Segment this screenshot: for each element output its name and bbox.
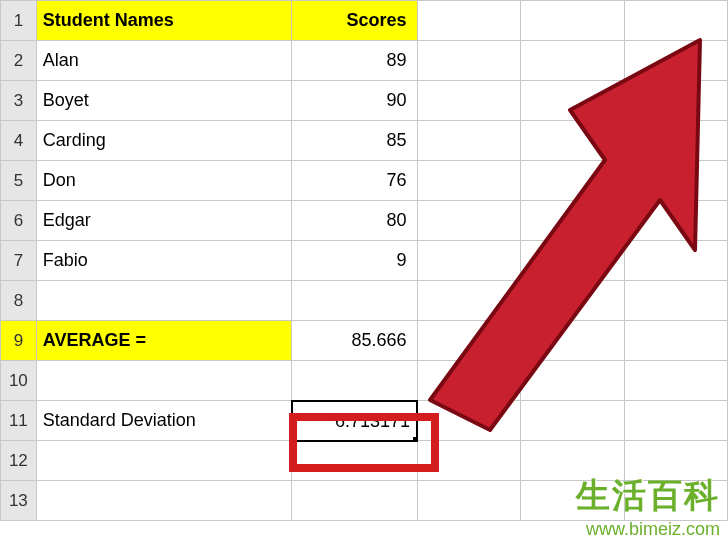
row-header-6[interactable]: 6 [1,201,37,241]
cell[interactable] [521,41,624,81]
row-header-3[interactable]: 3 [1,81,37,121]
watermark-text: 生活百科 [576,473,720,519]
row-header-4[interactable]: 4 [1,121,37,161]
row-header-11[interactable]: 11 [1,401,37,441]
cell[interactable] [521,81,624,121]
cell[interactable] [624,41,727,81]
cell[interactable] [417,281,520,321]
cell[interactable] [521,201,624,241]
cell[interactable] [521,401,624,441]
cell[interactable] [36,281,292,321]
cell[interactable] [417,41,520,81]
cell-score[interactable]: 76 [292,161,417,201]
cell[interactable] [624,81,727,121]
stdev-label[interactable]: Standard Deviation [36,401,292,441]
cell[interactable] [521,241,624,281]
cell-score[interactable]: 90 [292,81,417,121]
cell[interactable] [521,121,624,161]
cell[interactable] [417,121,520,161]
cell[interactable] [417,441,520,481]
cell[interactable] [624,361,727,401]
cell-score[interactable]: 85 [292,121,417,161]
cell-name[interactable]: Boyet [36,81,292,121]
average-value[interactable]: 85.666 [292,321,417,361]
row-header-1[interactable]: 1 [1,1,37,41]
cell[interactable] [292,281,417,321]
cell[interactable] [521,361,624,401]
cell-name[interactable]: Don [36,161,292,201]
row-header-13[interactable]: 13 [1,481,37,521]
cell[interactable] [417,481,520,521]
cell[interactable] [624,1,727,41]
cell-name[interactable]: Carding [36,121,292,161]
cell[interactable] [417,201,520,241]
cell[interactable] [417,161,520,201]
cell-score[interactable]: 80 [292,201,417,241]
cell[interactable] [292,441,417,481]
row-header-10[interactable]: 10 [1,361,37,401]
cell[interactable] [292,361,417,401]
cell[interactable] [417,361,520,401]
cell[interactable] [521,161,624,201]
row-header-8[interactable]: 8 [1,281,37,321]
row-header-5[interactable]: 5 [1,161,37,201]
row-header-12[interactable]: 12 [1,441,37,481]
cell-name[interactable]: Fabio [36,241,292,281]
cell[interactable] [36,361,292,401]
cell[interactable] [36,441,292,481]
average-label[interactable]: AVERAGE = [36,321,292,361]
cell[interactable] [417,401,520,441]
cell[interactable] [624,281,727,321]
cell[interactable] [417,241,520,281]
fill-handle[interactable] [413,437,417,441]
cell[interactable] [624,201,727,241]
cell[interactable] [417,1,520,41]
cell-name[interactable]: Edgar [36,201,292,241]
cell[interactable] [624,161,727,201]
stdev-value-text: 6.713171 [293,403,416,439]
row-header-9[interactable]: 9 [1,321,37,361]
cell[interactable] [521,1,624,41]
cell-score[interactable]: 89 [292,41,417,81]
row-header-2[interactable]: 2 [1,41,37,81]
cell-name[interactable]: Alan [36,41,292,81]
cell[interactable] [521,321,624,361]
cell[interactable] [624,321,727,361]
cell[interactable] [624,241,727,281]
watermark-url: www.bimeiz.com [576,519,720,540]
cell[interactable] [292,481,417,521]
cell[interactable] [624,401,727,441]
cell[interactable] [417,81,520,121]
header-scores[interactable]: Scores [292,1,417,41]
stdev-value-selected-cell[interactable]: 6.713171 [292,401,417,441]
cell[interactable] [624,121,727,161]
cell[interactable] [417,321,520,361]
header-student-names[interactable]: Student Names [36,1,292,41]
watermark: 生活百科 www.bimeiz.com [576,473,720,540]
cell-score[interactable]: 9 [292,241,417,281]
spreadsheet-grid[interactable]: 1 Student Names Scores 2 Alan 89 3 Boyet… [0,0,728,521]
row-header-7[interactable]: 7 [1,241,37,281]
cell[interactable] [36,481,292,521]
cell[interactable] [521,281,624,321]
